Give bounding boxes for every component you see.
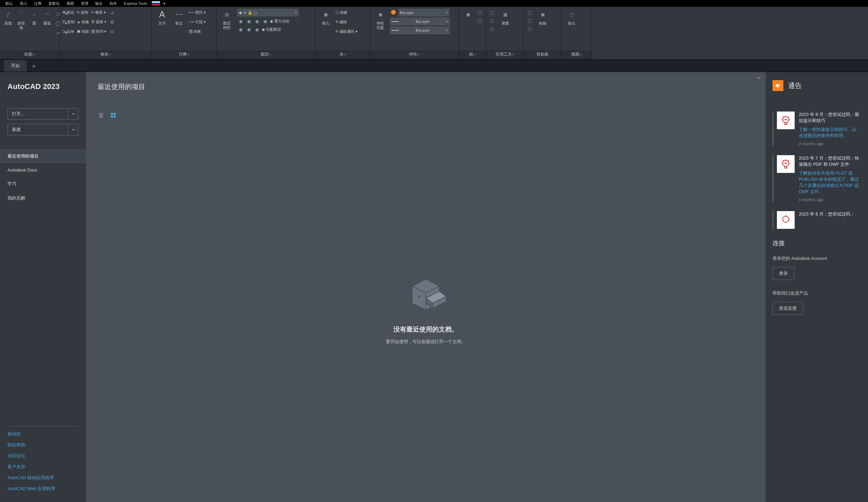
line-tool[interactable]: ╱直线 [3, 9, 14, 25]
util-icon[interactable]: ▢ [489, 25, 496, 32]
feedback-button[interactable]: 发送反馈 [773, 302, 803, 315]
layer-icon[interactable]: ◉ [245, 26, 252, 33]
new-tab-button[interactable]: + [28, 62, 40, 72]
open-button[interactable]: 打开... [8, 108, 79, 120]
link-onlinehelp[interactable]: 联机帮助 [8, 442, 79, 448]
list-view-icon[interactable] [97, 112, 104, 119]
announcement-desc[interactable]: 了解如何在不使用 PLOT 或 PUBLISH 命令的情况下，通过几个步骤或自动… [799, 170, 860, 195]
sidebar-item-learn[interactable]: 学习 [0, 177, 86, 191]
sidebar-item-insights[interactable]: 我的见解 [0, 191, 86, 205]
polyline-tool[interactable]: ⌒多段线 [16, 9, 27, 30]
match-layer[interactable]: ◉ 匹配图层 [262, 26, 281, 33]
measure-tool[interactable]: ▦测量 [498, 9, 513, 25]
new-button[interactable]: 新建 [8, 124, 79, 135]
linear-tool[interactable]: ⟵ 线性 ▾ [189, 9, 206, 16]
set-current-layer[interactable]: ◉ 置为当前 [270, 18, 289, 24]
group-mini-icon[interactable]: ▢ [476, 17, 483, 24]
linetype-combo[interactable]: ━━━ ByLayer [390, 27, 450, 34]
new-button-dropdown[interactable] [68, 124, 79, 135]
sidebar-item-recent[interactable]: 最近使用的项目 [0, 149, 86, 163]
trim-tool[interactable]: ✂ 修剪 ▾ [91, 9, 106, 16]
sidebar-item-docs[interactable]: Autodesk Docs [0, 163, 86, 177]
menu-item[interactable]: 输出 [92, 0, 106, 7]
edit-block[interactable]: ✎ 编辑 [335, 18, 358, 25]
table-tool[interactable]: ▦ 表格 [189, 28, 206, 35]
modify-mini-icon[interactable]: ⊞ [108, 18, 115, 25]
announcement-item[interactable]: 2023 年 6 月：您尝试过吗： [773, 211, 860, 229]
modify-mini-icon[interactable]: ⊿ [108, 9, 115, 16]
login-button[interactable]: 登录 [773, 267, 794, 280]
link-support[interactable]: 客户支持 [8, 464, 79, 470]
panel-title[interactable]: 图层 [261, 52, 271, 56]
match-properties-tool[interactable]: ▣特性 匹配 [373, 9, 388, 30]
panel-title[interactable]: 修改 [100, 52, 111, 56]
arc-tool[interactable]: ◠圆弧 [42, 9, 53, 25]
modify-mini-icon[interactable]: ⊡ [108, 28, 115, 35]
panel-title[interactable]: 块 [340, 52, 346, 56]
link-web[interactable]: AutoCAD Web 应用程序 [8, 485, 79, 492]
tab-start[interactable]: 开始 [4, 60, 27, 72]
color-wheel-icon[interactable] [390, 9, 397, 16]
open-button-main[interactable]: 打开... [8, 108, 68, 120]
circle-tool[interactable]: ○圆 [29, 9, 40, 25]
menu-overflow[interactable]: ▾ [160, 1, 169, 7]
layer-icon[interactable]: ◉ [254, 18, 260, 24]
leader-tool[interactable]: ⟶ 引线 ▾ [189, 18, 206, 25]
basepoint-tool[interactable]: ▢基点 [564, 9, 579, 25]
menu-item[interactable]: 插入 [17, 0, 31, 7]
clip-icon[interactable]: ▢ [526, 9, 533, 16]
rotate-tool[interactable]: ↻ 旋转 [77, 9, 89, 16]
panel-title[interactable]: 组 [469, 52, 476, 56]
layer-combo[interactable]: ◉ ☀ 🔓 ▢ [237, 9, 299, 17]
panel-title[interactable]: 绘图 [24, 52, 35, 56]
open-button-dropdown[interactable] [68, 108, 79, 120]
layer-properties-tool[interactable]: ▤图层 特性 [219, 9, 235, 33]
layer-icon[interactable]: ◉ [237, 18, 244, 24]
paste-tool[interactable]: ▣粘贴 [535, 9, 550, 25]
create-block[interactable]: ▢ 创建 [335, 9, 358, 16]
menu-item[interactable]: 默认 [2, 0, 17, 7]
array-tool[interactable]: ▦ 阵列 ▾ [91, 28, 106, 35]
fillet-tool[interactable]: ⦿ 圆角 ▾ [91, 18, 106, 25]
layer-icon[interactable]: ◉ [237, 26, 244, 33]
collapse-panel-icon[interactable] [756, 75, 761, 81]
panel-title[interactable]: 注释 [179, 52, 190, 56]
color-combo[interactable]: ByLayer [398, 9, 450, 17]
insert-block-tool[interactable]: ▣插入 [318, 9, 333, 25]
link-whatsnew[interactable]: 新特性 [8, 431, 79, 437]
lineweight-combo[interactable]: ━━━ ByLayer [390, 18, 450, 25]
scale-tool[interactable]: ▣ 缩放 [77, 28, 89, 35]
text-tool[interactable]: A文字 [155, 9, 169, 25]
group-tool[interactable]: ▣ [462, 9, 474, 21]
link-forums[interactable]: 社区论坛 [8, 453, 79, 459]
util-icon[interactable]: ▢ [489, 9, 496, 16]
dimension-tool[interactable]: ⟷标注 [172, 9, 187, 25]
announcement-item[interactable]: 2023 年 9 月：您尝试过吗：图层提示和技巧 了解一些快速提示和技巧，以改进… [773, 112, 860, 146]
layer-icon[interactable]: ◉ [254, 26, 260, 33]
util-icon[interactable]: ▢ [489, 17, 496, 24]
language-flag-icon[interactable] [152, 1, 160, 6]
mirror-tool[interactable]: ▲ 镜像 [77, 18, 89, 25]
clip-icon[interactable]: ▢ [526, 17, 533, 24]
announcement-item[interactable]: 2023 年 7 月：您尝试过吗：快速输出 PDF 和 DWF 文件 了解如何在… [773, 155, 860, 202]
layer-icon[interactable]: ◉ [245, 18, 252, 24]
clip-icon[interactable]: ▢ [526, 25, 533, 32]
new-button-main[interactable]: 新建 [8, 124, 68, 135]
stretch-tool[interactable]: ⇲ 拉伸 [62, 28, 75, 35]
panel-title[interactable]: 特性 [409, 52, 420, 56]
menu-item[interactable]: 视图 [63, 0, 78, 7]
copy-tool[interactable]: ⿻ 复制 [62, 18, 75, 25]
grid-view-icon[interactable] [110, 112, 117, 119]
edit-attributes[interactable]: ✎ 编辑属性 ▾ [335, 28, 358, 35]
menu-item[interactable]: 注释 [31, 0, 45, 7]
menu-item[interactable]: Express Tools [121, 1, 151, 6]
move-tool[interactable]: ✥ 移动 [62, 9, 75, 16]
menu-item[interactable]: 管理 [78, 0, 92, 7]
panel-title[interactable]: 视图 [571, 52, 582, 56]
link-mobile[interactable]: AutoCAD 移动应用程序 [8, 475, 79, 481]
menu-item[interactable]: 参数化 [45, 0, 63, 7]
group-mini-icon[interactable]: ▢ [476, 9, 483, 16]
layer-icon[interactable]: ◉ [262, 18, 269, 24]
panel-title[interactable]: 剪贴板 [536, 52, 549, 56]
menu-item[interactable]: 协作 [106, 0, 121, 7]
